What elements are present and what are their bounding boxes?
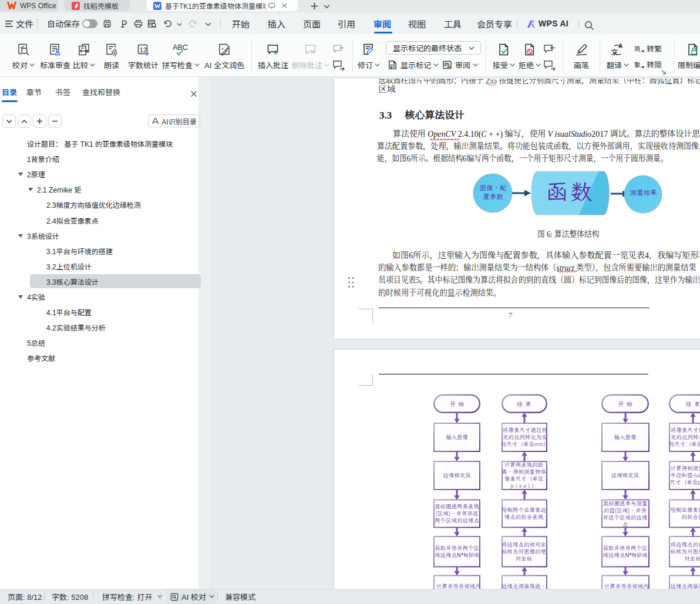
svg-text:ABC: ABC bbox=[173, 43, 188, 52]
svg-text:繁: 繁 bbox=[634, 60, 641, 69]
svg-text:12: 12 bbox=[140, 46, 147, 53]
svg-text:简: 简 bbox=[634, 44, 640, 53]
